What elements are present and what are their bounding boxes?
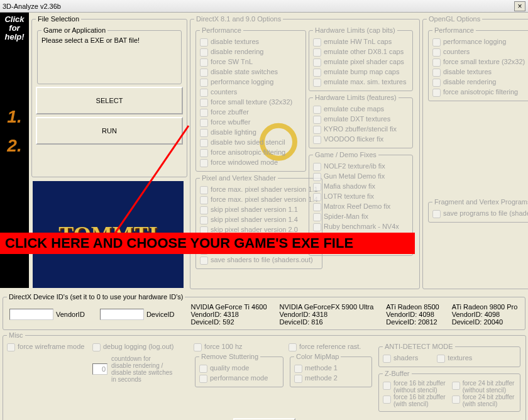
device-ids-legend: DirectX Device ID's (set it to 0 to use … xyxy=(7,293,185,301)
chk-force-100hz[interactable]: force 100 hz xyxy=(194,341,285,351)
card-info-1: NVIDIA GeForceFX 5900 Ultra VendorID: 43… xyxy=(280,303,374,326)
dx-hwfeat-legend: Hardware Limits (features) xyxy=(313,94,399,101)
chk-voodoo-fix[interactable]: VOODOO flicker fix xyxy=(313,134,409,144)
chk-matrox-reef[interactable]: Matrox Reef Demo fix xyxy=(313,201,409,211)
game-or-application-legend: Game or Application xyxy=(41,26,107,34)
chk-ad-textures[interactable]: textures xyxy=(437,353,472,363)
misc-legend: Misc xyxy=(7,331,25,339)
chk-ogl-disable-rendering[interactable]: disable rendering xyxy=(432,77,528,87)
zbuffer-legend: Z-Buffer xyxy=(383,370,412,377)
game-or-application-group: Game or Application Please select a EXE … xyxy=(37,26,182,84)
chk-emu-max-sim-tex[interactable]: emulate max. sim. textures xyxy=(313,77,409,87)
chk-method2[interactable]: methode 2 xyxy=(294,373,368,383)
chk-spiderman[interactable]: Spider-Man fix xyxy=(313,211,409,221)
remove-stutter-group: Remove Stuttering quality mode performan… xyxy=(195,353,283,387)
chk-ruby-nv4x[interactable]: Ruby benchmark - NV4x xyxy=(313,221,409,231)
chk-method1[interactable]: methode 1 xyxy=(294,363,368,373)
file-selection-legend: File Selection xyxy=(36,15,81,23)
device-ids-group: DirectX Device ID's (set it to 0 to use … xyxy=(3,293,525,330)
card-info-3: ATi Radeon 9800 Pro VendorID: 4098 Devic… xyxy=(452,303,518,326)
countdown-label: countdown for disable rendering / disabl… xyxy=(111,355,172,383)
chk-emu-cubemaps[interactable]: emulate cube maps xyxy=(313,104,409,114)
vendor-id-label: VendorID xyxy=(56,311,85,318)
window-title: 3D-Analyze v2.36b xyxy=(3,3,514,10)
chk-force-small-tex[interactable]: force small texture (32x32) xyxy=(200,97,302,107)
svg-line-0 xyxy=(107,126,189,245)
color-mipmap-legend: Color MipMap xyxy=(294,353,341,360)
device-id-input[interactable] xyxy=(100,309,144,320)
card-info-0: NVIDIA GeForce Ti 4600 VendorID: 4318 De… xyxy=(191,303,267,326)
dx-hwfeat-group: Hardware Limits (features) emulate cube … xyxy=(309,94,413,148)
ogl-fvp-legend: Fragment and Vertex Programs xyxy=(432,198,528,206)
chk-ogl-perflog[interactable]: performance logging xyxy=(432,36,528,47)
chk-emu-hw-tnl[interactable]: emulate HW TnL caps xyxy=(313,36,409,47)
chk-gunmetal[interactable]: Gun Metal Demo fix xyxy=(313,171,409,181)
card-info-2: ATi Radeon 8500 VendorID: 4098 DeviceID:… xyxy=(386,303,439,326)
ogl-performance-group: Performance performance logging counters… xyxy=(428,26,528,101)
chk-debug-logging[interactable]: debug logging (log.out) xyxy=(92,341,190,351)
file-prompt: Please select a EXE or BAT file! xyxy=(41,36,177,44)
zbuffer-group: Z-Buffer force 16 bit zbuffer (without s… xyxy=(378,370,520,412)
chk-disable-rendering[interactable]: disable rendering xyxy=(200,47,302,57)
remove-stutter-legend: Remove Stuttering xyxy=(199,353,260,360)
step-1-marker: 1. xyxy=(0,107,29,127)
chk-ogl-disable-textures[interactable]: disable textures xyxy=(432,67,528,77)
chk-emu-ps-caps[interactable]: emulate pixel shader caps xyxy=(313,57,409,67)
chk-emu-bump[interactable]: emulate bump map caps xyxy=(313,67,409,77)
chk-ogl-save-programs[interactable]: save programs to file (shaders.out) xyxy=(432,208,528,218)
chk-quality-mode[interactable]: quality mode xyxy=(199,363,279,373)
chk-force-sw-tnl[interactable]: force SW TnL xyxy=(200,57,302,67)
chk-save-shaders[interactable]: save shaders to file (shaders.out) xyxy=(200,255,318,265)
close-button[interactable]: × xyxy=(514,1,525,11)
chk-emu-dxt[interactable]: emulate DXT textures xyxy=(313,114,409,124)
dx-options-legend: DirectX 8.1 and 9.0 Options xyxy=(194,15,283,23)
ogl-options-group: OpenGL Options Performance performance l… xyxy=(422,15,528,289)
titlebar: 3D-Analyze v2.36b × xyxy=(0,0,528,13)
annotation-banner: CLICK HERE AND CHOOSE YOUR GAME'S EXE FI… xyxy=(0,233,415,254)
chk-force-refrast[interactable]: force reference rast. xyxy=(289,341,373,351)
chk-force-wireframe[interactable]: force wireframe mode xyxy=(7,341,89,351)
vendor-id-input[interactable] xyxy=(9,309,53,320)
annotation-arrow xyxy=(107,107,295,251)
anti-detect-group: ANTI-DETECT MODE shaders textures xyxy=(378,343,520,367)
dx-hwcaps-legend: Hardware Limits (cap bits) xyxy=(313,26,397,34)
chk-ogl-counters[interactable]: counters xyxy=(432,47,528,57)
click-for-help[interactable]: Click for help! xyxy=(0,14,29,43)
chk-counters[interactable]: counters xyxy=(200,87,302,97)
dx-hwcaps-group: Hardware Limits (cap bits) emulate HW Tn… xyxy=(309,26,413,91)
color-mipmap-group: Color MipMap methode 1 methode 2 xyxy=(290,353,372,387)
chk-nolf2[interactable]: NOLF2 texture/ib fix xyxy=(313,161,409,171)
misc-group: Misc force wireframe mode debug logging … xyxy=(3,331,526,420)
anti-detect-legend: ANTI-DETECT MODE xyxy=(383,343,455,350)
chk-disable-state-switches[interactable]: disable state switches xyxy=(200,67,302,77)
chk-z16-nostencil[interactable]: force 16 bit zbuffer (without stencil) xyxy=(383,380,446,394)
chk-z24-nostencil[interactable]: force 24 bit zbuffer (without stencil) xyxy=(452,380,515,394)
chk-z16-stencil[interactable]: force 16 bit zbuffer (with stencil) xyxy=(383,394,446,407)
countdown-input[interactable] xyxy=(92,363,107,375)
chk-disable-textures[interactable]: disable textures xyxy=(200,36,302,47)
chk-mafia[interactable]: Mafia shadow fix xyxy=(313,181,409,191)
chk-ogl-aniso[interactable]: force anisotropic filtering xyxy=(432,87,528,97)
chk-lotr[interactable]: LOTR texture fix xyxy=(313,191,409,201)
chk-perf-logging[interactable]: performance logging xyxy=(200,77,302,87)
dx-performance-legend: Performance xyxy=(200,26,243,34)
chk-kyro-fix[interactable]: KYRO zbuffer/stencil fix xyxy=(313,124,409,134)
chk-ogl-smalltex[interactable]: force small texture (32x32) xyxy=(432,57,528,67)
dx-gamefix-legend: Game / Demo Fixes xyxy=(313,151,378,158)
device-id-label: DeviceID xyxy=(146,311,175,318)
step-2-marker: 2. xyxy=(0,136,29,156)
chk-perf-mode[interactable]: performance mode xyxy=(199,373,279,383)
ogl-options-legend: OpenGL Options xyxy=(427,15,482,23)
ogl-fvp-group: Fragment and Vertex Programs save progra… xyxy=(428,198,528,223)
chk-emu-other-dx81[interactable]: emulate other DX8.1 caps xyxy=(313,47,409,57)
ogl-performance-legend: Performance xyxy=(432,26,476,34)
chk-z24-stencil[interactable]: force 24 bit zbuffer (with stencil) xyxy=(452,394,515,407)
chk-ad-shaders[interactable]: shaders xyxy=(383,353,418,363)
